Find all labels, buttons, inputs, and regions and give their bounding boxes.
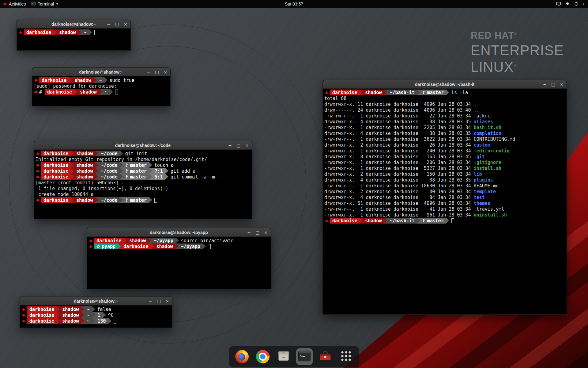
prompt-segment-path: ~/code <box>98 168 120 174</box>
terminal-text: [master (root-commit) 50bcb63] . <box>36 180 124 186</box>
powerline-separator <box>446 90 449 95</box>
dock-item-app-grid[interactable] <box>338 348 354 365</box>
terminal-text: .git <box>474 154 485 159</box>
terminal-content[interactable]: darknoiseshadow~sudo true[sudo] password… <box>32 76 170 106</box>
minimize-button[interactable]: − <box>147 70 150 74</box>
terminal-content[interactable]: darknoiseshadow~falsedarknoiseshadow~1^C… <box>20 305 172 328</box>
app-menu-terminal[interactable]: Terminal ▼ <box>28 0 61 8</box>
prompt-segment-git: master <box>123 197 149 203</box>
close-button[interactable]: × <box>124 22 127 26</box>
terminal-text: drwxrwxr-x. 61 darknoise darknoise 4096 … <box>324 201 474 206</box>
prompt-segment-user: darknoise <box>41 151 71 156</box>
powerline-separator <box>78 29 81 35</box>
redhat-fedora-icon <box>36 169 40 173</box>
prompt-segment-host: shadow <box>363 90 384 95</box>
terminal-text: plugins <box>474 177 493 183</box>
terminal-text: -rwxrwxr-x. 1 darknoise darknoise 2205 J… <box>324 125 474 130</box>
terminal-content[interactable]: darknoiseshadow~/codegit initInitialized… <box>34 150 252 219</box>
powerline-separator <box>108 318 111 324</box>
prompt-segment-git: master <box>420 90 446 95</box>
terminal-content[interactable]: darknoiseshadow~/bash-itmasterls -latota… <box>323 89 567 314</box>
close-button[interactable]: × <box>245 143 249 148</box>
prompt-segment-path: ~ <box>96 77 104 83</box>
dock-item-toolbox[interactable] <box>317 348 334 365</box>
terminal-content[interactable]: darknoiseshadow~ <box>17 29 130 50</box>
terminal-line: -rw-rw-r--. 1 darknoise darknoise 41 Jan… <box>324 206 565 212</box>
terminal-line: darknoiseshadow~/codemaster?:1git add a <box>36 168 250 174</box>
minimize-button[interactable]: − <box>543 82 547 86</box>
terminal-line: create mode 100644 a <box>36 191 250 197</box>
prompt-segment-git: master <box>123 162 149 168</box>
close-button[interactable]: × <box>164 70 167 74</box>
activities-button[interactable]: Activities <box>0 0 28 8</box>
system-status-area[interactable]: ▾ <box>556 1 588 7</box>
prompt-segment-host: shadow <box>74 151 95 156</box>
minimize-button[interactable]: − <box>149 299 152 303</box>
prompt-segment-path: ~/code <box>98 174 120 180</box>
close-button[interactable]: × <box>264 230 268 235</box>
toolbox-icon <box>318 349 332 364</box>
window-titlebar[interactable]: darknoise@shadow:~/bash-it − □ × <box>323 80 567 89</box>
terminal-text: drwxrwxr-x. 4 darknoise darknoise 38 Jan… <box>324 177 474 183</box>
window-titlebar[interactable]: darknoise@shadow:~ − □ × <box>17 20 130 29</box>
terminal-text: template <box>474 189 496 194</box>
terminal-text: sudo true <box>110 78 134 83</box>
terminal-cursor <box>154 198 157 203</box>
prompt-segment-path: ~ <box>102 89 110 95</box>
powerline-separator <box>149 162 152 168</box>
terminal-text: git commit -a -m . <box>171 174 221 180</box>
close-button[interactable]: × <box>165 299 169 303</box>
terminal-text: -rwxrwxr-x. 1 darknoise darknoise 206 Ja… <box>324 160 474 165</box>
powerline-separator <box>57 306 60 312</box>
dock-item-firefox[interactable] <box>234 348 250 365</box>
powerline-separator <box>71 168 74 174</box>
terminal-text: .ackrc <box>474 113 490 119</box>
prompt-segment-user: darknoise <box>41 162 71 168</box>
powerline-separator <box>149 168 152 174</box>
maximize-button[interactable]: □ <box>157 299 161 303</box>
dock-item-chrome[interactable] <box>254 348 271 365</box>
clock[interactable]: Sat 03:57 <box>285 2 303 6</box>
minimize-button[interactable]: − <box>247 230 251 235</box>
window-title: darknoise@shadow:~/bash-it <box>415 82 475 87</box>
window-titlebar[interactable]: darknoise@shadow:~/pyapp − □ × <box>87 228 271 237</box>
minimize-button[interactable]: − <box>107 22 111 26</box>
maximize-button[interactable]: □ <box>115 22 119 26</box>
prompt-segment-git: master <box>420 218 446 224</box>
terminal-content[interactable]: darknoiseshadow~/pyappsource bin/activat… <box>87 237 271 289</box>
powerline-separator <box>71 197 74 203</box>
prompt-segment-path: ~/bash-it <box>387 90 417 95</box>
prompt-segment-host: shadow <box>60 312 81 318</box>
powerline-separator <box>81 306 84 312</box>
maximize-button[interactable]: □ <box>155 70 159 74</box>
terminal-cursor <box>208 244 211 249</box>
window-titlebar[interactable]: darknoise@shadow:~ − □ × <box>32 68 170 76</box>
powerline-separator <box>95 151 98 156</box>
redhat-fedora-icon <box>34 78 38 82</box>
prompt-segment-host: shadow <box>60 318 81 324</box>
powerline-separator <box>149 174 152 180</box>
terminal-line: [sudo] password for darknoise: <box>34 83 169 89</box>
window-titlebar[interactable]: darknoise@shadow:~/code − □ × <box>34 141 252 150</box>
window-titlebar[interactable]: darknoise@shadow:~ − □ × <box>20 297 172 305</box>
prompt-segment-host: shadow <box>77 89 99 95</box>
maximize-button[interactable]: □ <box>255 230 259 235</box>
maximize-button[interactable]: □ <box>551 82 555 86</box>
maximize-button[interactable]: □ <box>236 143 240 148</box>
close-button[interactable]: × <box>560 82 564 86</box>
dock-item-terminal[interactable]: $ <box>296 348 313 365</box>
powerline-separator <box>95 174 98 180</box>
prompt-segment-user: darknoise <box>330 218 360 224</box>
terminal-text: drwxrwxr-x. 2 darknoise darknoise 40 Jan… <box>324 189 474 194</box>
powerline-separator <box>148 238 151 243</box>
powerline-separator <box>360 90 363 95</box>
terminal-text: drwx------. 24 darknoise darknoise 4096 … <box>324 107 474 113</box>
powerline-separator <box>57 312 60 318</box>
chrome-icon <box>256 350 270 363</box>
terminal-text: README.md <box>474 183 499 189</box>
terminal-line: -rwxrwxr-x. 1 darknoise darknoise 240 Ja… <box>324 148 565 154</box>
minimize-button[interactable]: − <box>228 143 232 148</box>
dock-item-files[interactable] <box>275 348 292 365</box>
terminal-line: darknoiseshadow~/codemasterS:1git commit… <box>36 174 250 180</box>
brand-linux: LINUX® <box>471 59 564 75</box>
